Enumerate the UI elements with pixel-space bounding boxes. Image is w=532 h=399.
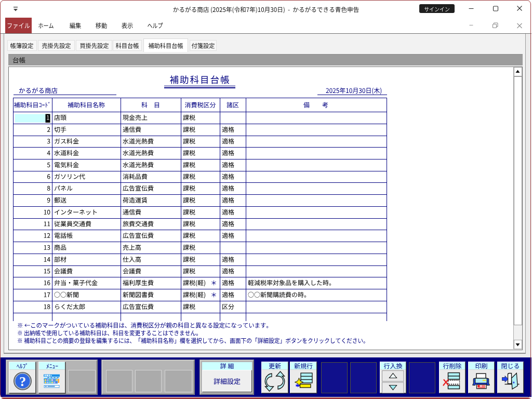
svg-text:?: ? [19, 374, 26, 389]
